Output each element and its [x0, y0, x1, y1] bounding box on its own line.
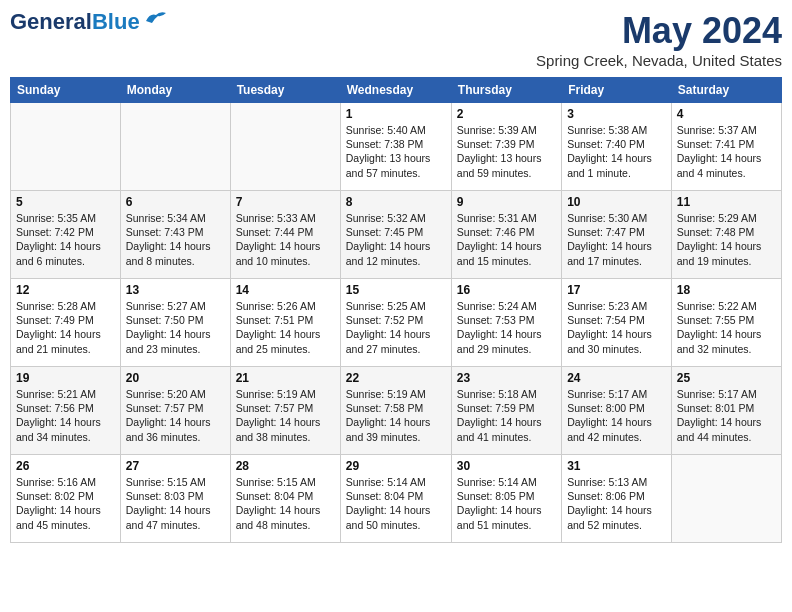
day-number: 16	[457, 283, 556, 297]
calendar-cell: 8Sunrise: 5:32 AM Sunset: 7:45 PM Daylig…	[340, 191, 451, 279]
title-area: May 2024 Spring Creek, Nevada, United St…	[536, 10, 782, 69]
calendar-cell	[11, 103, 121, 191]
weekday-header-sunday: Sunday	[11, 78, 121, 103]
weekday-header-tuesday: Tuesday	[230, 78, 340, 103]
logo-bird-icon	[144, 9, 166, 27]
calendar-week-row: 5Sunrise: 5:35 AM Sunset: 7:42 PM Daylig…	[11, 191, 782, 279]
calendar-cell: 24Sunrise: 5:17 AM Sunset: 8:00 PM Dayli…	[562, 367, 672, 455]
calendar-cell: 12Sunrise: 5:28 AM Sunset: 7:49 PM Dayli…	[11, 279, 121, 367]
day-info: Sunrise: 5:18 AM Sunset: 7:59 PM Dayligh…	[457, 387, 556, 444]
day-info: Sunrise: 5:22 AM Sunset: 7:55 PM Dayligh…	[677, 299, 776, 356]
day-info: Sunrise: 5:20 AM Sunset: 7:57 PM Dayligh…	[126, 387, 225, 444]
day-info: Sunrise: 5:17 AM Sunset: 8:00 PM Dayligh…	[567, 387, 666, 444]
day-info: Sunrise: 5:21 AM Sunset: 7:56 PM Dayligh…	[16, 387, 115, 444]
day-info: Sunrise: 5:39 AM Sunset: 7:39 PM Dayligh…	[457, 123, 556, 180]
day-number: 25	[677, 371, 776, 385]
day-number: 8	[346, 195, 446, 209]
weekday-header-monday: Monday	[120, 78, 230, 103]
day-number: 4	[677, 107, 776, 121]
day-info: Sunrise: 5:28 AM Sunset: 7:49 PM Dayligh…	[16, 299, 115, 356]
calendar-table: SundayMondayTuesdayWednesdayThursdayFrid…	[10, 77, 782, 543]
calendar-cell: 19Sunrise: 5:21 AM Sunset: 7:56 PM Dayli…	[11, 367, 121, 455]
day-number: 27	[126, 459, 225, 473]
day-number: 12	[16, 283, 115, 297]
day-info: Sunrise: 5:25 AM Sunset: 7:52 PM Dayligh…	[346, 299, 446, 356]
calendar-cell: 25Sunrise: 5:17 AM Sunset: 8:01 PM Dayli…	[671, 367, 781, 455]
day-number: 1	[346, 107, 446, 121]
calendar-cell: 21Sunrise: 5:19 AM Sunset: 7:57 PM Dayli…	[230, 367, 340, 455]
calendar-cell: 1Sunrise: 5:40 AM Sunset: 7:38 PM Daylig…	[340, 103, 451, 191]
day-info: Sunrise: 5:14 AM Sunset: 8:05 PM Dayligh…	[457, 475, 556, 532]
day-info: Sunrise: 5:35 AM Sunset: 7:42 PM Dayligh…	[16, 211, 115, 268]
calendar-cell: 22Sunrise: 5:19 AM Sunset: 7:58 PM Dayli…	[340, 367, 451, 455]
calendar-cell: 31Sunrise: 5:13 AM Sunset: 8:06 PM Dayli…	[562, 455, 672, 543]
day-number: 29	[346, 459, 446, 473]
day-number: 23	[457, 371, 556, 385]
day-number: 24	[567, 371, 666, 385]
day-info: Sunrise: 5:29 AM Sunset: 7:48 PM Dayligh…	[677, 211, 776, 268]
calendar-week-row: 19Sunrise: 5:21 AM Sunset: 7:56 PM Dayli…	[11, 367, 782, 455]
day-number: 26	[16, 459, 115, 473]
day-number: 17	[567, 283, 666, 297]
calendar-cell: 3Sunrise: 5:38 AM Sunset: 7:40 PM Daylig…	[562, 103, 672, 191]
calendar-cell: 30Sunrise: 5:14 AM Sunset: 8:05 PM Dayli…	[451, 455, 561, 543]
day-number: 3	[567, 107, 666, 121]
calendar-cell	[230, 103, 340, 191]
day-info: Sunrise: 5:15 AM Sunset: 8:03 PM Dayligh…	[126, 475, 225, 532]
day-info: Sunrise: 5:14 AM Sunset: 8:04 PM Dayligh…	[346, 475, 446, 532]
calendar-cell: 17Sunrise: 5:23 AM Sunset: 7:54 PM Dayli…	[562, 279, 672, 367]
day-number: 20	[126, 371, 225, 385]
weekday-header-friday: Friday	[562, 78, 672, 103]
day-info: Sunrise: 5:38 AM Sunset: 7:40 PM Dayligh…	[567, 123, 666, 180]
calendar-cell: 9Sunrise: 5:31 AM Sunset: 7:46 PM Daylig…	[451, 191, 561, 279]
day-info: Sunrise: 5:40 AM Sunset: 7:38 PM Dayligh…	[346, 123, 446, 180]
day-info: Sunrise: 5:16 AM Sunset: 8:02 PM Dayligh…	[16, 475, 115, 532]
day-info: Sunrise: 5:13 AM Sunset: 8:06 PM Dayligh…	[567, 475, 666, 532]
day-info: Sunrise: 5:27 AM Sunset: 7:50 PM Dayligh…	[126, 299, 225, 356]
day-info: Sunrise: 5:37 AM Sunset: 7:41 PM Dayligh…	[677, 123, 776, 180]
calendar-cell: 13Sunrise: 5:27 AM Sunset: 7:50 PM Dayli…	[120, 279, 230, 367]
weekday-header-saturday: Saturday	[671, 78, 781, 103]
day-info: Sunrise: 5:19 AM Sunset: 7:58 PM Dayligh…	[346, 387, 446, 444]
day-number: 15	[346, 283, 446, 297]
location-subtitle: Spring Creek, Nevada, United States	[536, 52, 782, 69]
day-number: 30	[457, 459, 556, 473]
day-info: Sunrise: 5:15 AM Sunset: 8:04 PM Dayligh…	[236, 475, 335, 532]
month-year-title: May 2024	[536, 10, 782, 52]
day-number: 22	[346, 371, 446, 385]
calendar-cell: 11Sunrise: 5:29 AM Sunset: 7:48 PM Dayli…	[671, 191, 781, 279]
calendar-week-row: 12Sunrise: 5:28 AM Sunset: 7:49 PM Dayli…	[11, 279, 782, 367]
calendar-cell: 16Sunrise: 5:24 AM Sunset: 7:53 PM Dayli…	[451, 279, 561, 367]
calendar-week-row: 1Sunrise: 5:40 AM Sunset: 7:38 PM Daylig…	[11, 103, 782, 191]
day-number: 11	[677, 195, 776, 209]
day-number: 18	[677, 283, 776, 297]
day-number: 31	[567, 459, 666, 473]
calendar-cell: 28Sunrise: 5:15 AM Sunset: 8:04 PM Dayli…	[230, 455, 340, 543]
calendar-cell: 7Sunrise: 5:33 AM Sunset: 7:44 PM Daylig…	[230, 191, 340, 279]
calendar-week-row: 26Sunrise: 5:16 AM Sunset: 8:02 PM Dayli…	[11, 455, 782, 543]
calendar-cell	[120, 103, 230, 191]
day-info: Sunrise: 5:19 AM Sunset: 7:57 PM Dayligh…	[236, 387, 335, 444]
calendar-cell	[671, 455, 781, 543]
day-info: Sunrise: 5:26 AM Sunset: 7:51 PM Dayligh…	[236, 299, 335, 356]
calendar-header-row: SundayMondayTuesdayWednesdayThursdayFrid…	[11, 78, 782, 103]
calendar-cell: 14Sunrise: 5:26 AM Sunset: 7:51 PM Dayli…	[230, 279, 340, 367]
day-info: Sunrise: 5:34 AM Sunset: 7:43 PM Dayligh…	[126, 211, 225, 268]
calendar-cell: 18Sunrise: 5:22 AM Sunset: 7:55 PM Dayli…	[671, 279, 781, 367]
day-info: Sunrise: 5:17 AM Sunset: 8:01 PM Dayligh…	[677, 387, 776, 444]
day-number: 14	[236, 283, 335, 297]
day-number: 6	[126, 195, 225, 209]
logo-text: GeneralBlue	[10, 10, 140, 34]
calendar-cell: 2Sunrise: 5:39 AM Sunset: 7:39 PM Daylig…	[451, 103, 561, 191]
calendar-cell: 20Sunrise: 5:20 AM Sunset: 7:57 PM Dayli…	[120, 367, 230, 455]
calendar-body: 1Sunrise: 5:40 AM Sunset: 7:38 PM Daylig…	[11, 103, 782, 543]
page-header: GeneralBlue May 2024 Spring Creek, Nevad…	[10, 10, 782, 69]
day-number: 7	[236, 195, 335, 209]
logo: GeneralBlue	[10, 10, 166, 34]
day-number: 13	[126, 283, 225, 297]
calendar-cell: 15Sunrise: 5:25 AM Sunset: 7:52 PM Dayli…	[340, 279, 451, 367]
day-number: 2	[457, 107, 556, 121]
calendar-cell: 29Sunrise: 5:14 AM Sunset: 8:04 PM Dayli…	[340, 455, 451, 543]
calendar-cell: 4Sunrise: 5:37 AM Sunset: 7:41 PM Daylig…	[671, 103, 781, 191]
day-info: Sunrise: 5:23 AM Sunset: 7:54 PM Dayligh…	[567, 299, 666, 356]
